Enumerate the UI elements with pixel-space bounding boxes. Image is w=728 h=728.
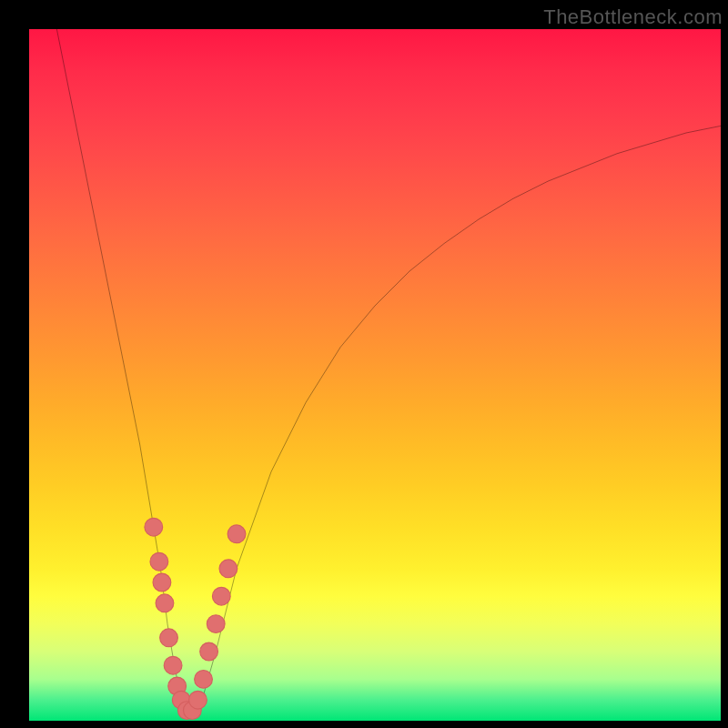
- curve-marker: [189, 691, 207, 709]
- watermark-text: TheBottleneck.com: [543, 5, 723, 29]
- curve-marker: [160, 629, 178, 647]
- chart-frame: TheBottleneck.com: [0, 0, 728, 728]
- curve-marker: [153, 573, 171, 592]
- curve-marker: [164, 656, 182, 674]
- curve-marker: [212, 587, 230, 605]
- bottleneck-curve-svg: [29, 29, 721, 721]
- plot-area: [29, 29, 721, 721]
- curve-marker: [207, 615, 225, 633]
- bottleneck-curve-path: [56, 29, 721, 713]
- curve-marker: [195, 671, 213, 689]
- curve-marker: [145, 518, 163, 536]
- curve-marker: [228, 525, 246, 543]
- curve-marker: [200, 642, 218, 661]
- curve-marker: [156, 594, 174, 612]
- curve-marker: [219, 560, 238, 578]
- curve-marker: [150, 552, 168, 571]
- curve-markers: [145, 518, 246, 719]
